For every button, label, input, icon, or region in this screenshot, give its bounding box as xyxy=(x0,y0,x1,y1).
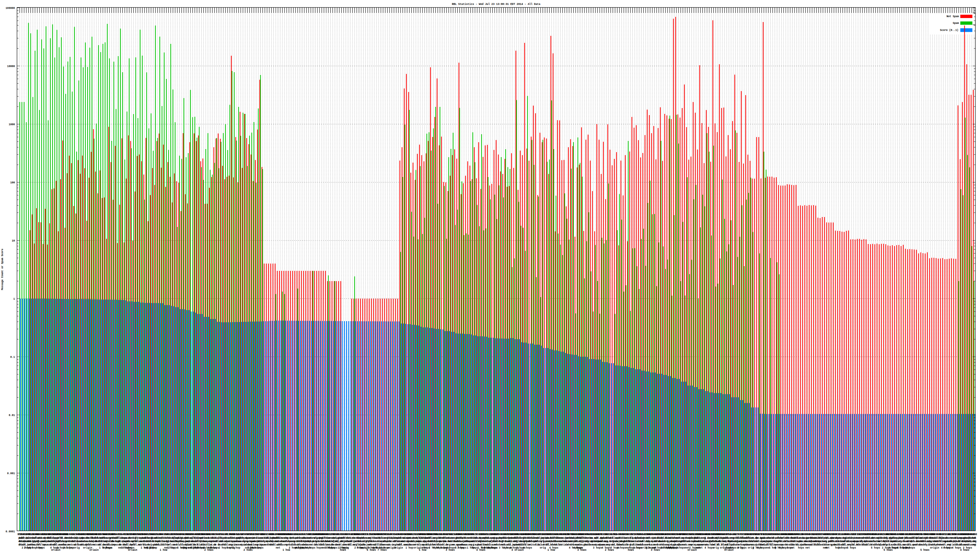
svg-text:2 hops: 2 hops xyxy=(605,549,614,551)
svg-text:3 hops: 3 hops xyxy=(593,546,602,549)
svg-text:hops: hops xyxy=(798,546,804,549)
svg-text:1 hop: 1 hop xyxy=(418,549,426,551)
svg-text:4 hops: 4 hops xyxy=(960,549,969,551)
svg-text:black.junkemailfilter.com ubl.: black.junkemailfilter.com ubl.unsubscore… xyxy=(19,543,976,546)
svg-text:4 hops: 4 hops xyxy=(906,546,915,549)
svg-text:origin: origin xyxy=(687,549,697,551)
svg-text:1000: 1000 xyxy=(9,123,15,126)
svg-text:Spam: Spam xyxy=(953,22,959,25)
svg-text:Message Count or Spam Score: Message Count or Spam Score xyxy=(1,249,4,290)
svg-text:100000: 100000 xyxy=(5,7,15,10)
svg-text:10: 10 xyxy=(12,240,15,243)
svg-text:net: net xyxy=(275,546,280,549)
svg-text:hops: hops xyxy=(106,546,112,549)
svg-text:3 hops: 3 hops xyxy=(651,549,660,551)
svg-text:hops: hops xyxy=(258,546,264,549)
svg-text:sbl.spamhaus.org bl.spamcop.ne: sbl.spamhaus.org bl.spamcop.net dnsbl-1.… xyxy=(19,540,976,543)
svg-text:3 hops: 3 hops xyxy=(577,549,587,551)
svg-text:0.1: 0.1 xyxy=(10,356,15,359)
svg-text:Not Spam: Not Spam xyxy=(947,15,959,18)
svg-text:3 hops: 3 hops xyxy=(445,549,455,551)
svg-text:origin: origin xyxy=(51,549,60,551)
svg-text:3 hops: 3 hops xyxy=(676,546,686,549)
svg-text:0.01: 0.01 xyxy=(9,414,15,417)
svg-text:4 hops: 4 hops xyxy=(943,546,953,549)
svg-text:4 hops: 4 hops xyxy=(617,546,626,549)
svg-text:1 hop: 1 hop xyxy=(159,549,167,551)
svg-text:2 hops: 2 hops xyxy=(204,549,213,551)
svg-text:net: net xyxy=(825,546,830,549)
svg-text:RBL Statistics - Wed Jul 23 13: RBL Statistics - Wed Jul 23 13:00:31 EDT… xyxy=(452,3,541,6)
svg-text:origin: origin xyxy=(128,549,137,551)
svg-text:4 origin: 4 origin xyxy=(511,549,524,551)
svg-text:net: net xyxy=(698,546,703,549)
svg-text:Score (0..1): Score (0..1) xyxy=(940,29,958,32)
svg-text:4 hops: 4 hops xyxy=(476,549,485,551)
svg-text:net: net xyxy=(805,546,810,549)
svg-text:1 hop: 1 hop xyxy=(29,546,37,549)
svg-text:0.001: 0.001 xyxy=(7,472,15,475)
svg-text:10000: 10000 xyxy=(7,65,15,68)
svg-text:orig: orig xyxy=(539,546,546,549)
svg-text:net: net xyxy=(790,546,795,549)
svg-text:4 hops: 4 hops xyxy=(328,546,337,549)
svg-text:0.0001: 0.0001 xyxy=(5,530,15,533)
svg-text:1: 1 xyxy=(13,297,15,301)
svg-text:100: 100 xyxy=(10,181,15,184)
svg-text:origin: origin xyxy=(930,546,939,549)
svg-text:hops: hops xyxy=(38,546,45,549)
svg-text:1 hop: 1 hop xyxy=(232,546,240,549)
svg-text:4 hops: 4 hops xyxy=(523,546,532,549)
svg-text:origin: origin xyxy=(89,549,99,551)
svg-text:hops: hops xyxy=(340,549,346,551)
svg-text:2 hops: 2 hops xyxy=(243,549,253,551)
svg-text:dnsbl.inps.de dnsbl.ahbl.org d: dnsbl.inps.de dnsbl.ahbl.org dnsbl.inps.… xyxy=(19,537,976,540)
svg-text:4 hops: 4 hops xyxy=(952,546,961,549)
svg-text:hops: hops xyxy=(628,549,634,551)
svg-text:5 hops: 5 hops xyxy=(757,546,766,549)
svg-text:1 hop: 1 hop xyxy=(282,549,290,551)
svg-text:4 hops: 4 hops xyxy=(306,546,315,549)
svg-text:2 hops: 2 hops xyxy=(169,546,178,549)
svg-text:6 hops 7 hops: 6 hops 7 hops xyxy=(367,549,387,551)
svg-text:1 hop: 1 hop xyxy=(150,546,157,549)
svg-text:1 hop: 1 hop xyxy=(66,546,74,549)
svg-text:5 hops: 5 hops xyxy=(883,549,893,551)
svg-text:5 hops: 5 hops xyxy=(847,546,856,549)
svg-text:5 hops: 5 hops xyxy=(871,546,880,549)
svg-text:hops: hops xyxy=(492,546,498,549)
svg-text:3 hops: 3 hops xyxy=(457,546,466,549)
svg-text:origin: origin xyxy=(394,546,403,549)
svg-text:orig: orig xyxy=(73,546,80,549)
svg-text:1 hop: 1 hop xyxy=(547,549,555,551)
svg-text:5 hops: 5 hops xyxy=(920,549,929,551)
svg-text:orig: orig xyxy=(713,546,719,549)
svg-text:3 hops: 3 hops xyxy=(737,546,747,549)
svg-text:3 hops: 3 hops xyxy=(838,546,847,549)
svg-text:1 hop: 1 hop xyxy=(406,546,413,549)
svg-text:6858: 6858 xyxy=(971,533,977,536)
svg-text:origin: origin xyxy=(724,549,733,551)
